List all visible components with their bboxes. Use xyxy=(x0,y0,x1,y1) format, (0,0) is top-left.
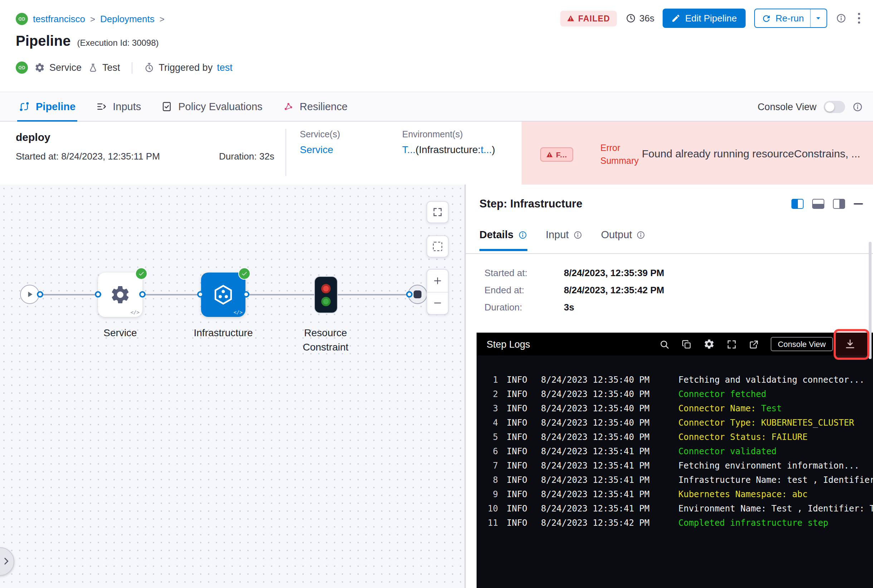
canvas-zoom-control xyxy=(427,269,449,315)
log-copy-button[interactable] xyxy=(681,339,692,350)
copy-icon xyxy=(681,339,692,350)
node-infrastructure[interactable]: </> xyxy=(201,273,245,317)
log-fullscreen-button[interactable] xyxy=(726,339,737,350)
title-row: Pipeline (Execution Id: 30098) xyxy=(16,33,159,50)
tab-policy-evaluations[interactable]: Policy Evaluations xyxy=(159,92,264,121)
layout-split-right-button[interactable] xyxy=(833,199,845,209)
log-row: 5INFO8/24/2023 12:35:40 PMConnector Stat… xyxy=(482,430,873,444)
edge xyxy=(246,294,314,295)
log-settings-button[interactable] xyxy=(703,338,715,350)
info-icon[interactable] xyxy=(573,230,583,239)
policy-check-icon xyxy=(161,101,173,112)
breadcrumb-deployments-link[interactable]: Deployments xyxy=(100,14,165,24)
node-resource-constraint[interactable] xyxy=(314,276,338,314)
pipeline-meta-row: Service Test Triggered by test xyxy=(16,62,233,74)
rerun-caret[interactable] xyxy=(810,14,826,23)
tab-policy-evaluations-label: Policy Evaluations xyxy=(178,101,262,112)
log-level: INFO xyxy=(506,487,534,501)
infrastructure-hexagon-icon xyxy=(212,283,235,306)
breadcrumb-project-link[interactable]: testfrancisco xyxy=(33,14,95,24)
log-timestamp: 8/24/2023 12:35:41 PM xyxy=(541,459,674,473)
gear-icon xyxy=(35,62,45,73)
started-value: 8/24/2023, 12:35:11 PM xyxy=(61,151,160,162)
execution-info-button[interactable] xyxy=(835,13,846,24)
tab-resilience[interactable]: Resilience xyxy=(281,92,349,121)
header-actions: FAILED 36s Edit Pipeline Re-run xyxy=(560,9,863,28)
stage-started-at: Started at: 8/24/2023, 12:35:11 PM xyxy=(16,151,160,162)
duration-label: Duration: xyxy=(219,151,257,162)
success-check-icon xyxy=(135,267,147,280)
stage-duration: Duration: 32s xyxy=(219,151,274,162)
log-message: Environment Name: Test , Identifier: Te xyxy=(678,501,873,516)
panel-scrollbar[interactable] xyxy=(868,242,871,359)
tab-input-label: Input xyxy=(545,229,569,240)
zoom-out-button[interactable] xyxy=(427,292,448,314)
log-row: 9INFO8/24/2023 12:35:41 PMKubernetes Nam… xyxy=(482,487,873,501)
log-open-new-tab-button[interactable] xyxy=(748,339,759,350)
flask-icon xyxy=(88,63,98,73)
pipeline-icon xyxy=(19,101,30,112)
infrastructure-link[interactable]: t... xyxy=(481,144,491,155)
environments-column: Environment(s) T...(Infrastructure:t...) xyxy=(402,129,495,155)
canvas-marquee-select-button[interactable] xyxy=(427,236,449,258)
clock-icon xyxy=(625,13,636,24)
inputs-icon xyxy=(96,101,107,112)
zoom-in-button[interactable] xyxy=(427,270,448,291)
canvas-fullscreen-button[interactable] xyxy=(427,201,449,223)
log-message: Connector Type: KUBERNETES_CLUSTER xyxy=(678,416,873,430)
tab-inputs[interactable]: Inputs xyxy=(94,92,143,121)
log-timestamp: 8/24/2023 12:35:40 PM xyxy=(541,387,674,401)
pipeline-canvas[interactable]: </> Service </> Infrastructure Resource … xyxy=(0,184,465,588)
log-line-number: 6 xyxy=(482,444,498,459)
info-icon[interactable] xyxy=(518,230,527,239)
tab-inputs-label: Inputs xyxy=(113,101,141,112)
services-value-link[interactable]: Service xyxy=(300,144,340,155)
more-options-button[interactable] xyxy=(855,12,863,26)
step-panel-tabs: Details Input Output xyxy=(479,229,646,251)
log-level: INFO xyxy=(506,430,534,444)
download-icon xyxy=(844,338,856,350)
panel-minimize-button[interactable] xyxy=(854,203,863,205)
edit-pipeline-button[interactable]: Edit Pipeline xyxy=(663,9,745,28)
triggered-by-user-link[interactable]: test xyxy=(217,62,233,73)
log-level: INFO xyxy=(506,501,534,516)
status-badge: FAILED xyxy=(560,10,616,26)
elapsed-time-value: 36s xyxy=(639,13,654,24)
play-icon xyxy=(25,290,35,299)
log-level: INFO xyxy=(506,444,534,459)
info-icon[interactable] xyxy=(637,230,646,239)
layout-split-bottom-button[interactable] xyxy=(812,199,824,209)
detail-label: Started at: xyxy=(484,267,564,278)
log-message: Infrastructure Name: test , Identifier: xyxy=(678,473,873,487)
log-console-view-button[interactable]: Console View xyxy=(771,337,833,351)
tab-details[interactable]: Details xyxy=(479,229,527,251)
info-icon[interactable] xyxy=(852,101,863,112)
node-service[interactable]: </> xyxy=(98,273,143,317)
edge-connector-dot xyxy=(243,291,249,298)
external-link-icon xyxy=(748,339,759,350)
log-line-number: 4 xyxy=(482,416,498,430)
refresh-icon xyxy=(761,13,771,23)
log-download-button[interactable] xyxy=(844,338,856,350)
tab-input[interactable]: Input xyxy=(545,229,583,251)
layout-split-left-button[interactable] xyxy=(792,199,804,209)
edge-connector-dot xyxy=(37,291,43,298)
detail-row-ended: Ended at: 8/24/2023, 12:35:42 PM xyxy=(484,285,664,296)
edge xyxy=(39,294,98,295)
environment-link[interactable]: T... xyxy=(402,144,415,155)
log-search-button[interactable] xyxy=(659,339,670,350)
tab-pipeline-label: Pipeline xyxy=(36,101,75,112)
duration-value: 32s xyxy=(259,151,274,162)
tab-output[interactable]: Output xyxy=(601,229,646,251)
tab-pipeline[interactable]: Pipeline xyxy=(17,92,77,121)
edge-connector-dot xyxy=(197,291,204,298)
console-view-toggle[interactable] xyxy=(823,100,845,112)
app-root: testfrancisco Deployments FAILED 36s Edi… xyxy=(0,0,873,588)
log-row: 1INFO8/24/2023 12:35:40 PMFetching and v… xyxy=(482,373,873,387)
test-tag: Test xyxy=(88,62,120,73)
rerun-button[interactable]: Re-run xyxy=(754,9,827,28)
detail-row-duration: Duration: 3s xyxy=(484,302,574,313)
start-node[interactable] xyxy=(20,285,39,304)
log-row: 7INFO8/24/2023 12:35:41 PMFetching envir… xyxy=(482,459,873,473)
log-timestamp: 8/24/2023 12:35:41 PM xyxy=(541,487,674,501)
